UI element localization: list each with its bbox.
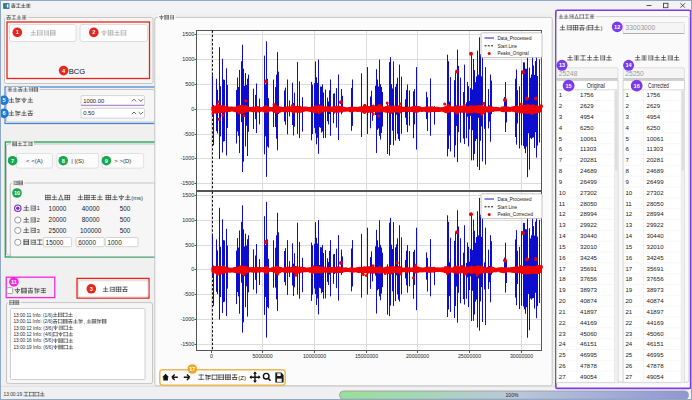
svg-text:13: 13 [625,221,632,228]
svg-text:3: 3 [90,286,93,292]
svg-text:500: 500 [120,205,131,212]
svg-text:2: 2 [92,29,95,35]
svg-text:16: 16 [634,83,640,89]
svg-text:30440: 30440 [580,232,598,239]
svg-text:17: 17 [625,265,632,272]
svg-text:8: 8 [62,158,65,164]
svg-text:0: 0 [191,266,194,272]
svg-text:-1500: -1500 [180,341,194,347]
svg-text:24689: 24689 [580,167,598,174]
svg-text:4954: 4954 [580,113,594,120]
svg-text:10: 10 [625,189,632,196]
svg-text:5: 5 [559,135,563,142]
svg-text:24: 24 [559,340,566,347]
svg-text:10061: 10061 [580,135,598,142]
svg-text:11: 11 [625,200,632,207]
svg-text:Data_Processed: Data_Processed [498,36,532,41]
svg-text:29922: 29922 [580,221,598,228]
svg-text:33003000: 33003000 [626,24,656,31]
svg-text:21: 21 [559,308,566,315]
svg-text:500: 500 [185,242,194,248]
svg-text:0.50: 0.50 [83,110,94,116]
svg-text:21: 21 [625,308,632,315]
svg-text:44169: 44169 [580,319,598,326]
svg-text:27: 27 [559,373,566,380]
svg-text:25: 25 [559,351,566,358]
svg-text:Original: Original [587,82,605,90]
svg-text:34245: 34245 [580,254,598,261]
svg-text:500: 500 [120,216,131,223]
svg-text:1000.00: 1000.00 [83,98,104,104]
svg-text:26: 26 [625,362,632,369]
svg-text:22: 22 [625,319,632,326]
svg-text:13:00:19 Info: (6/6): 13:00:19 Info: (6/6) [13,345,53,350]
svg-text:Peaks_Original: Peaks_Original [498,51,529,56]
svg-text:16: 16 [625,254,632,261]
svg-text:| |(S): | |(S) [71,158,84,164]
svg-text:-500: -500 [183,291,194,297]
svg-text:15: 15 [559,243,566,250]
svg-text:40874: 40874 [580,297,598,304]
svg-text:25000: 25000 [49,227,67,234]
svg-text:25000000: 25000000 [458,353,481,359]
svg-text:27302: 27302 [580,189,598,196]
svg-text:1756: 1756 [647,91,661,98]
svg-text:24: 24 [625,340,632,347]
svg-text:3: 3 [559,113,563,120]
svg-text:0: 0 [210,353,213,359]
svg-text:18: 18 [625,275,632,282]
svg-text:100%: 100% [506,392,519,398]
svg-text:20: 20 [559,297,566,304]
svg-text:45060: 45060 [580,330,598,337]
svg-text:40874: 40874 [647,297,665,304]
svg-text:Start Line: Start Line [498,44,518,49]
svg-text:46995: 46995 [580,351,598,358]
svg-text:): ) [600,25,602,31]
svg-text:2629: 2629 [580,102,594,109]
svg-text:13:00:19: 13:00:19 [4,392,23,397]
svg-text:0: 0 [191,106,194,112]
svg-text:15: 15 [625,243,632,250]
svg-text:26: 26 [559,362,566,369]
svg-text:500: 500 [120,227,131,234]
svg-text:26499: 26499 [580,178,598,185]
svg-text:38973: 38973 [580,286,598,293]
svg-text:23: 23 [559,330,566,337]
svg-text:Peaks_Corrected: Peaks_Corrected [498,212,534,217]
svg-text:12: 12 [625,210,632,217]
svg-text:12: 12 [614,24,620,30]
svg-text:34245: 34245 [647,254,665,261]
svg-text:9: 9 [105,158,108,164]
svg-text:18: 18 [559,275,566,282]
svg-text:-500: -500 [183,131,194,137]
svg-text:1000: 1000 [108,239,123,246]
svg-text:-1500: -1500 [180,180,194,186]
svg-text:1756: 1756 [580,91,594,98]
svg-text:37656: 37656 [647,275,665,282]
svg-text:7: 7 [559,156,563,163]
svg-text:8: 8 [559,167,563,174]
svg-text:47878: 47878 [647,362,665,369]
svg-text:13:00:11 Info: (2/6): 13:00:11 Info: (2/6) [13,319,53,324]
svg-text:4: 4 [559,124,563,131]
svg-text:32010: 32010 [647,243,665,250]
svg-text:Data_Processed: Data_Processed [498,197,532,202]
svg-text:40000: 40000 [82,205,100,212]
svg-text:6250: 6250 [647,124,661,131]
svg-text:13: 13 [559,62,565,68]
svg-text:46151: 46151 [647,340,665,347]
svg-text:Start Line: Start Line [498,205,518,210]
svg-text:1000: 1000 [182,217,194,223]
svg-text:6: 6 [559,145,563,152]
svg-text:20000: 20000 [49,216,67,223]
svg-text:6: 6 [2,110,5,116]
svg-text:17: 17 [189,366,195,372]
svg-text:1000: 1000 [182,56,194,62]
svg-text:10: 10 [14,190,20,196]
svg-text:28994: 28994 [647,210,665,217]
svg-text:Corrected: Corrected [648,82,669,89]
svg-text:15000000: 15000000 [355,353,378,359]
svg-text:(ms): (ms) [131,195,143,201]
svg-text:28050: 28050 [580,200,598,207]
svg-text:14: 14 [625,232,632,239]
